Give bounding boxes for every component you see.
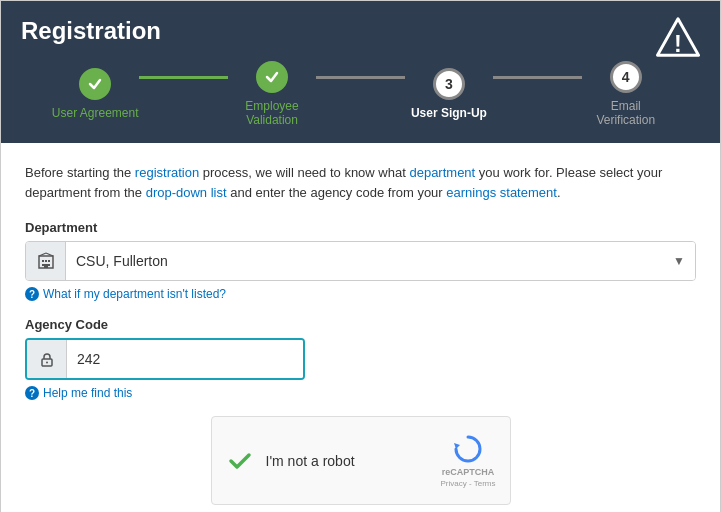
intro-link-registration[interactable]: registration	[135, 165, 199, 180]
warning-icon: !	[656, 15, 700, 59]
intro-link-dropdown[interactable]: drop-down list	[146, 185, 227, 200]
recaptcha-box[interactable]: I'm not a robot reCAPTCHA Privacy - Term…	[211, 416, 511, 505]
agency-help-text: Help me find this	[43, 386, 132, 400]
recaptcha-logo-icon	[452, 433, 484, 465]
recaptcha-left: I'm not a robot	[226, 447, 355, 475]
header: Registration ! User Agreement	[1, 1, 720, 143]
step-2-label: Employee Validation	[228, 99, 316, 127]
recaptcha-privacy-link[interactable]: Privacy	[441, 479, 467, 488]
recaptcha-brand: reCAPTCHA	[442, 467, 495, 477]
form-body: Before starting the registration process…	[1, 143, 720, 512]
svg-point-12	[46, 362, 48, 364]
step-1-label: User Agreement	[52, 106, 139, 120]
step-2: Employee Validation	[228, 61, 316, 127]
step-1: User Agreement	[51, 68, 139, 120]
intro-link-department[interactable]: department	[409, 165, 475, 180]
step-2-circle	[256, 61, 288, 93]
step-3: 3 User Sign-Up	[405, 68, 493, 120]
agency-code-label: Agency Code	[25, 317, 696, 332]
department-section: Department	[25, 220, 696, 301]
agency-help-icon: ?	[25, 386, 39, 400]
recaptcha-label: I'm not a robot	[266, 453, 355, 469]
svg-rect-3	[42, 260, 44, 262]
svg-text:!: !	[674, 31, 682, 57]
department-help-link[interactable]: ? What if my department isn't listed?	[25, 287, 696, 301]
connector-1-2	[139, 76, 227, 79]
agency-code-icon	[27, 340, 67, 378]
steps-container: User Agreement Employee Validation 3 Use…	[21, 61, 700, 143]
agency-code-input[interactable]	[67, 340, 303, 378]
agency-code-input-group	[25, 338, 305, 380]
connector-2-3	[316, 76, 404, 79]
svg-rect-6	[42, 264, 44, 266]
department-label: Department	[25, 220, 696, 235]
department-input-group: CSU, Fullerton ▼	[25, 241, 696, 281]
department-help-icon: ?	[25, 287, 39, 301]
step-4-label: Email Verification	[582, 99, 670, 127]
agency-help-link[interactable]: ? Help me find this	[25, 386, 696, 400]
department-help-text: What if my department isn't listed?	[43, 287, 226, 301]
intro-link-earnings[interactable]: earnings statement	[446, 185, 557, 200]
step-4-circle: 4	[610, 61, 642, 93]
step-3-label: User Sign-Up	[411, 106, 487, 120]
step-1-circle	[79, 68, 111, 100]
connector-3-4	[493, 76, 581, 79]
page-title: Registration	[21, 17, 700, 45]
department-icon	[26, 242, 66, 280]
recaptcha-links: Privacy - Terms	[441, 479, 496, 488]
department-dropdown-arrow: ▼	[663, 242, 695, 280]
step-4: 4 Email Verification	[582, 61, 670, 127]
svg-rect-5	[48, 260, 50, 262]
svg-rect-4	[45, 260, 47, 262]
svg-rect-8	[44, 264, 48, 268]
recaptcha-checkmark	[226, 447, 254, 475]
svg-rect-7	[48, 264, 50, 266]
recaptcha-logo-area: reCAPTCHA Privacy - Terms	[441, 433, 496, 488]
agency-code-section: Agency Code ? Help me find this	[25, 317, 696, 400]
step-3-circle: 3	[433, 68, 465, 100]
department-select[interactable]: CSU, Fullerton	[66, 242, 663, 280]
intro-text: Before starting the registration process…	[25, 163, 696, 202]
recaptcha-terms-link[interactable]: Terms	[474, 479, 496, 488]
